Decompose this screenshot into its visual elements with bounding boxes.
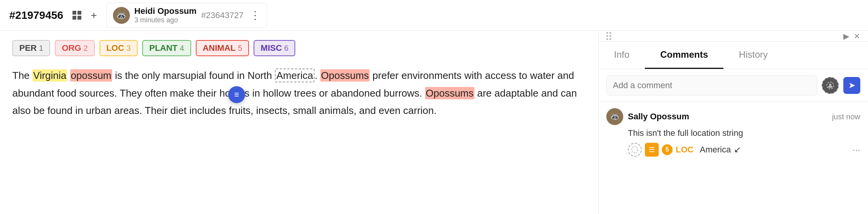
tag-loc-label: LOC <box>106 43 124 53</box>
highlight-virginia[interactable]: Virginia <box>32 69 67 82</box>
mention-avatar[interactable] <box>822 77 839 94</box>
panel-top: ▶ ✕ <box>599 31 868 42</box>
tag-plant-count: 4 <box>180 44 184 53</box>
doc-id: #21979456 <box>9 9 63 22</box>
time-ago: 3 minutes ago <box>135 16 197 24</box>
comment-text: This isn't the full location string <box>628 128 860 138</box>
comment-header: 🦝 Sally Opossum just now <box>606 108 860 125</box>
main-area: PER 1 ORG 2 LOC 3 PLANT 4 ANIMAL 5 MISC … <box>0 31 868 214</box>
text-content: The Virginia opossum is the only marsupi… <box>12 67 586 205</box>
tab-info[interactable]: Info <box>599 42 645 69</box>
tag-animal-count: 5 <box>238 44 242 53</box>
grid-icon[interactable] <box>72 11 81 20</box>
svg-point-2 <box>632 147 638 153</box>
close-button[interactable]: ✕ <box>854 32 860 41</box>
comment-item: 🦝 Sally Opossum just now This isn't the … <box>599 102 868 163</box>
tags-row: PER 1 ORG 2 LOC 3 PLANT 4 ANIMAL 5 MISC … <box>12 40 586 56</box>
comment-user-info: 🦝 Sally Opossum <box>606 108 689 125</box>
highlight-opossums2[interactable]: Opossums <box>425 87 474 99</box>
text-space <box>67 70 70 81</box>
comment-input-area: ➤ <box>599 69 868 102</box>
tag-per-count: 1 <box>39 44 43 53</box>
more-button[interactable]: ⋮ <box>250 9 261 22</box>
tag-loc[interactable]: LOC 3 <box>99 40 138 56</box>
comment-input[interactable] <box>606 75 817 95</box>
expand-button[interactable]: ▶ <box>843 32 849 41</box>
tab-history[interactable]: History <box>723 42 783 69</box>
user-name: Heidi Opossum <box>135 6 197 16</box>
floating-tooltip[interactable]: ≡ <box>228 86 245 103</box>
comment-username: Sally Opossum <box>628 112 689 122</box>
tag-org[interactable]: ORG 2 <box>55 40 94 56</box>
tag-plant-label: PLANT <box>149 43 177 53</box>
cursor-icon: ↙ <box>734 145 741 155</box>
highlight-opossum1[interactable]: opossum <box>70 69 113 82</box>
send-button[interactable]: ➤ <box>843 77 860 94</box>
tabs: Info Comments History <box>599 42 868 69</box>
panel-top-actions: ▶ ✕ <box>843 32 860 41</box>
highlight-opossums1[interactable]: Opossums <box>320 69 370 82</box>
tag-org-count: 2 <box>84 44 88 53</box>
annotation-dashed-icon <box>628 143 642 157</box>
annotation-value: America <box>700 145 731 155</box>
right-panel: ▶ ✕ Info Comments History <box>598 31 868 214</box>
tag-per[interactable]: PER 1 <box>12 40 50 56</box>
tag-org-label: ORG <box>62 43 81 53</box>
tag-loc-count: 3 <box>126 44 131 53</box>
tag-misc-label: MISC <box>261 43 282 53</box>
user-chip[interactable]: 🦝 Heidi Opossum 3 minutes ago #23643727 … <box>106 3 267 28</box>
left-panel: PER 1 ORG 2 LOC 3 PLANT 4 ANIMAL 5 MISC … <box>0 31 598 214</box>
comment-avatar: 🦝 <box>606 108 623 125</box>
annotation-badge: 5 <box>662 144 673 155</box>
tab-comments[interactable]: Comments <box>645 42 723 69</box>
top-bar: #21979456 + 🦝 Heidi Opossum 3 minutes ag… <box>0 0 868 31</box>
annotation-id: #23643727 <box>201 10 244 20</box>
text-period: . <box>315 70 320 81</box>
comment-footer: ☰ 5 LOC America ↙ ··· <box>628 143 860 157</box>
tag-misc-count: 6 <box>284 44 288 53</box>
text-before-virginia: The <box>12 70 32 81</box>
text-middle1: is the only marsupial found in North <box>112 70 275 81</box>
annotation-label: LOC <box>676 145 693 155</box>
send-icon: ➤ <box>848 80 855 90</box>
tag-animal[interactable]: ANIMAL 5 <box>196 40 249 56</box>
tag-animal-label: ANIMAL <box>203 43 236 53</box>
comment-more-button[interactable]: ··· <box>853 144 860 155</box>
drag-handle <box>606 32 611 40</box>
add-button[interactable]: + <box>91 9 97 22</box>
tag-per-label: PER <box>19 43 37 53</box>
avatar: 🦝 <box>113 7 130 24</box>
tag-plant[interactable]: PLANT 4 <box>142 40 191 56</box>
comment-time: just now <box>832 112 860 121</box>
annotation-reference: ☰ 5 LOC America ↙ <box>628 143 741 157</box>
highlight-america[interactable]: America <box>275 69 315 82</box>
annotation-doc-icon: ☰ <box>645 143 659 157</box>
tag-misc[interactable]: MISC 6 <box>254 40 295 56</box>
user-info: Heidi Opossum 3 minutes ago <box>135 6 197 24</box>
